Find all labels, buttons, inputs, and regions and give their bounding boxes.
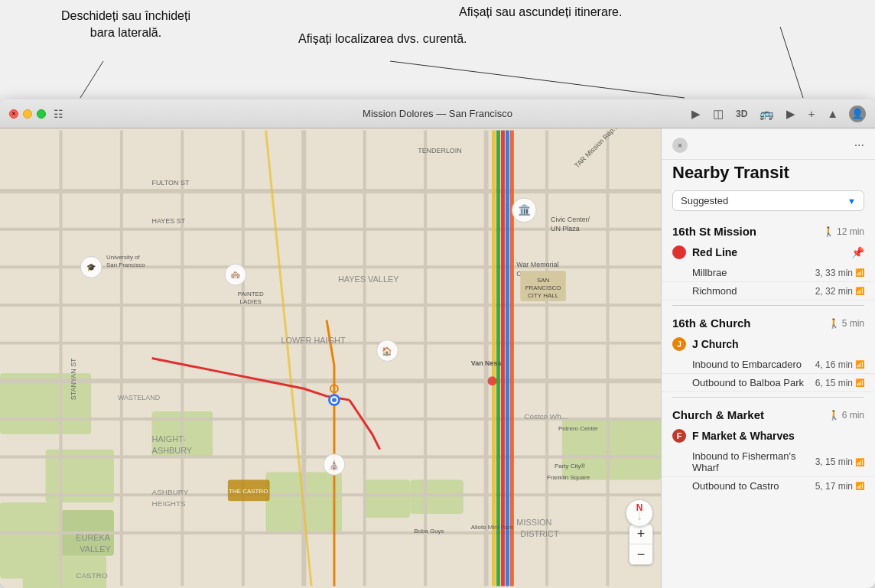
svg-text:CASTRO: CASTRO — [76, 572, 108, 580]
svg-text:🎓: 🎓 — [86, 262, 96, 272]
zoom-in-button[interactable]: + — [629, 525, 652, 544]
info-button[interactable]: ▶ — [785, 106, 797, 122]
svg-text:PAINTED: PAINTED — [238, 291, 264, 297]
millbrae-row: Millbrae 3, 33 min 📶 — [662, 264, 875, 282]
time-fishermans: 3, 15 min 📶 — [815, 456, 864, 467]
svg-point-83 — [488, 376, 497, 385]
dropdown-arrow-icon: ▼ — [847, 197, 856, 206]
red-line-dot — [672, 245, 686, 259]
annotations-layer: Deschideți sau închideți bara laterală. … — [0, 0, 875, 99]
svg-text:FRANCISCO: FRANCISCO — [525, 284, 561, 291]
red-line-header: Red Line 📌 — [662, 241, 875, 264]
walk-time: 🚶 12 min — [823, 226, 864, 237]
user-button[interactable]: 👤 — [849, 106, 866, 122]
transit-panel: × ··· Nearby Transit Suggested ▼ 16th St… — [661, 128, 875, 588]
svg-text:🏛️: 🏛️ — [518, 203, 532, 216]
svg-text:⛪: ⛪ — [329, 460, 340, 470]
sidebar-toggle-icon[interactable]: ☷ — [54, 108, 63, 120]
sidebar-annotation: Deschideți sau închideți bara laterală. — [61, 8, 190, 42]
time-richmond: 2, 32 min 📶 — [815, 286, 864, 297]
svg-text:TENDERLOIN: TENDERLOIN — [418, 147, 462, 154]
svg-text:Party City®: Party City® — [555, 463, 585, 470]
svg-text:🏠: 🏠 — [382, 346, 392, 356]
svg-text:SAN: SAN — [537, 277, 550, 284]
destination-fishermans: Inbound to Fisherman's Wharf — [692, 450, 815, 473]
svg-text:Costco Wh...: Costco Wh... — [524, 412, 568, 421]
f-market-dot: F — [672, 429, 686, 443]
suggested-dropdown[interactable]: Suggested ▼ — [672, 190, 864, 211]
transit-panel-scroll[interactable]: 16th St Mission 🚶 12 min Red Line 📌 Mill… — [662, 219, 875, 588]
svg-text:ASHBURY: ASHBURY — [152, 488, 189, 496]
svg-rect-9 — [410, 479, 464, 514]
titlebar-controls: ▶ ◫ 3D 🚌 ▶ + ▲ 👤 — [690, 106, 866, 122]
itinerary-annotation: Afișați sau ascundeți itinerare. — [459, 4, 622, 21]
svg-text:ASHBURY: ASHBURY — [152, 446, 193, 455]
location-button[interactable]: ▶ — [690, 106, 702, 122]
location-annotation: Afișați localizarea dvs. curentă. — [298, 31, 467, 47]
svg-text:HAYES VALLEY: HAYES VALLEY — [338, 275, 399, 284]
f-market-header: F F Market & Wharves — [662, 424, 875, 447]
divider-1 — [672, 305, 864, 306]
svg-text:LOWER HAIGHT: LOWER HAIGHT — [281, 336, 346, 345]
svg-text:VALLEY: VALLEY — [80, 544, 111, 554]
j-church-header: J J Church — [662, 333, 875, 356]
svg-text:University of: University of — [106, 254, 140, 261]
svg-text:Potrero Center: Potrero Center — [558, 425, 598, 432]
red-line-name: Red Line — [692, 246, 845, 258]
zoom-out-button[interactable]: − — [629, 544, 652, 564]
station-16th-mission: 16th St Mission 🚶 12 min — [662, 219, 875, 241]
destination-richmond: Richmond — [692, 285, 815, 297]
dropdown-value: Suggested — [681, 195, 728, 206]
svg-point-41 — [332, 398, 337, 402]
traffic-lights: ✕ — [9, 109, 46, 119]
compass[interactable]: N ↓ — [626, 499, 653, 527]
main-window: ✕ ☷ Mission Dolores — San Francisco ▶ ◫ … — [0, 99, 875, 588]
f-market-name: F Market & Wharves — [692, 430, 864, 442]
walk-time-3: 🚶 6 min — [828, 410, 864, 421]
svg-text:Van Ness: Van Ness — [471, 359, 502, 367]
add-button[interactable]: + — [806, 106, 816, 122]
svg-text:MISSION: MISSION — [516, 518, 551, 527]
time-embarcadero: 4, 16 min 📶 — [815, 359, 864, 370]
station-16th-church: 16th & Church 🚶 5 min — [662, 310, 875, 333]
destination-millbrae: Millbrae — [692, 267, 815, 278]
svg-text:DISTRICT: DISTRICT — [520, 529, 559, 538]
svg-text:UN Plaza: UN Plaza — [551, 225, 580, 232]
svg-text:Alioto Mini Park: Alioto Mini Park — [471, 524, 513, 531]
svg-text:LADIES: LADIES — [240, 298, 262, 305]
titlebar: ✕ ☷ Mission Dolores — San Francisco ▶ ◫ … — [0, 99, 875, 128]
time-millbrae: 3, 33 min 📶 — [815, 268, 864, 278]
station-name-3: Church & Market 🚶 6 min — [672, 408, 864, 421]
share-button[interactable]: ▲ — [825, 106, 840, 122]
castro-row: Outbound to Castro 5, 17 min 📶 — [662, 477, 875, 495]
svg-text:Civic Center/: Civic Center/ — [551, 216, 590, 223]
richmond-row: Richmond 2, 32 min 📶 — [662, 282, 875, 300]
compass-arrow: ↓ — [636, 508, 643, 524]
svg-text:Franklin Square: Franklin Square — [547, 474, 590, 481]
panel-header: × ··· — [662, 128, 875, 160]
map-area[interactable]: 🏛️ 🏘️ 🏠 ⛪ 🎓 THE CASTRO FULTON ST — [0, 128, 661, 588]
svg-line-2 — [780, 27, 803, 98]
minimize-button[interactable] — [23, 109, 32, 119]
panel-more-button[interactable]: ··· — [854, 138, 864, 152]
svg-text:HAIGHT-: HAIGHT- — [152, 434, 187, 443]
signal-icon-4: 📶 — [855, 378, 864, 387]
fishermans-row: Inbound to Fisherman's Wharf 3, 15 min 📶 — [662, 447, 875, 477]
svg-text:FULTON ST: FULTON ST — [152, 179, 190, 187]
3d-button[interactable]: 3D — [734, 107, 749, 121]
signal-icon-5: 📶 — [855, 458, 864, 466]
layers-button[interactable]: ◫ — [711, 106, 725, 122]
transit-button[interactable]: 🚌 — [758, 106, 776, 122]
svg-text:WASTELAND: WASTELAND — [118, 394, 161, 401]
svg-text:War Memorial: War Memorial — [516, 261, 558, 268]
svg-line-1 — [390, 61, 685, 98]
close-button[interactable]: ✕ — [9, 109, 18, 119]
svg-line-0 — [80, 61, 103, 98]
svg-text:🏘️: 🏘️ — [230, 269, 241, 280]
signal-icon-6: 📶 — [855, 482, 864, 490]
j-church-dot: J — [672, 337, 686, 351]
panel-close-button[interactable]: × — [672, 138, 688, 153]
svg-text:HAYES ST: HAYES ST — [152, 217, 186, 225]
maximize-button[interactable] — [37, 109, 46, 119]
j-church-name: J Church — [692, 338, 864, 350]
